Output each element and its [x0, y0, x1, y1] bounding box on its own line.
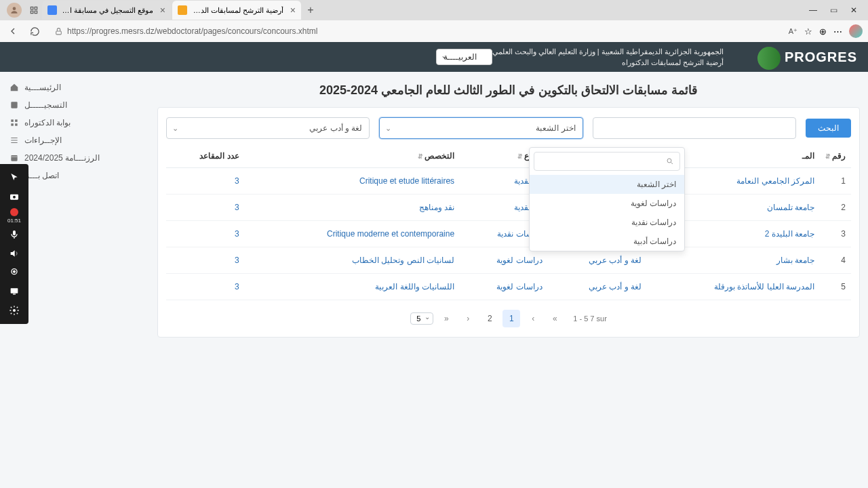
lock-icon	[54, 27, 63, 36]
search-favicon	[47, 5, 57, 15]
svg-rect-3	[31, 11, 33, 14]
svg-rect-1	[31, 7, 33, 9]
profile-avatar[interactable]	[7, 3, 22, 18]
address-bar: https://progres.mesrs.dz/webdoctorat/pag…	[0, 20, 868, 42]
favorite-icon[interactable]: ☆	[804, 26, 812, 37]
back-button[interactable]	[5, 24, 20, 39]
url-input[interactable]: https://progres.mesrs.dz/webdoctorat/pag…	[49, 26, 782, 36]
close-window-button[interactable]: ✕	[848, 5, 860, 15]
maximize-button[interactable]: ▭	[827, 5, 840, 15]
tab-overview-button[interactable]	[26, 2, 42, 18]
close-tab-icon[interactable]: ×	[160, 5, 165, 16]
svg-rect-2	[35, 7, 37, 9]
svg-rect-4	[35, 11, 37, 14]
progres-favicon	[178, 5, 187, 15]
browser-tab-1[interactable]: موقع التسجيل في مسابقة الدكتورا ×	[42, 1, 171, 20]
extension-icon[interactable]	[849, 24, 863, 38]
collections-icon[interactable]: ⊕	[819, 26, 827, 37]
tab-title: موقع التسجيل في مسابقة الدكتورا	[61, 6, 153, 15]
svg-rect-5	[56, 30, 62, 34]
tab-bar: موقع التسجيل في مسابقة الدكتورا × أرضية …	[0, 0, 868, 20]
browser-tab-2[interactable]: أرضية الترشح لمسابقات الدكتوراه ×	[172, 1, 301, 20]
tab-title: أرضية الترشح لمسابقات الدكتوراه	[191, 6, 283, 15]
new-tab-button[interactable]: +	[302, 4, 319, 16]
menu-icon[interactable]: ⋯	[833, 26, 842, 37]
read-aloud-icon[interactable]: A⁺	[789, 27, 797, 36]
close-tab-icon[interactable]: ×	[290, 5, 296, 16]
url-text: https://progres.mesrs.dz/webdoctorat/pag…	[67, 26, 318, 36]
minimize-button[interactable]: —	[807, 5, 819, 15]
refresh-button[interactable]	[27, 24, 42, 39]
window-controls: — ▭ ✕	[802, 5, 865, 15]
browser-chrome: موقع التسجيل في مسابقة الدكتورا × أرضية …	[0, 0, 868, 42]
svg-point-0	[13, 7, 16, 10]
